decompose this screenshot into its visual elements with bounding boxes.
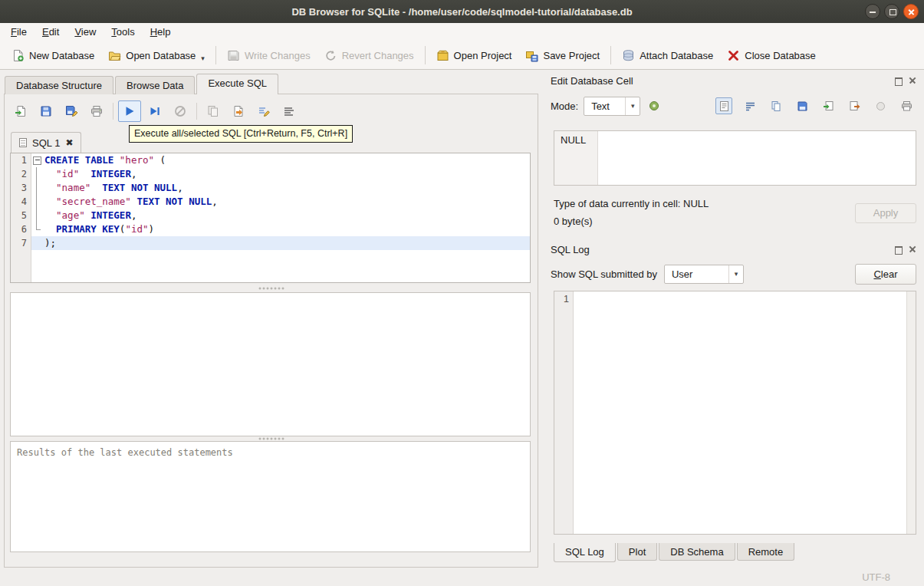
text-mode-button[interactable] [715, 97, 732, 114]
editor-line[interactable]: ); [31, 236, 530, 250]
write-changes-icon [227, 49, 240, 62]
save-icon [797, 100, 808, 112]
line-number: 5 [11, 209, 31, 222]
results-message-pane[interactable]: Results of the last executed statements [10, 441, 531, 552]
set-null-button[interactable] [872, 97, 889, 114]
sql-log-toolbar: Show SQL submitted by User ▾ Clear [551, 263, 916, 285]
open-database-button[interactable]: Open Database ▾ [101, 45, 212, 66]
results-grid[interactable] [10, 292, 531, 436]
line-number: 3 [11, 181, 31, 195]
auto-switch-mode-icon [648, 100, 660, 112]
close-tab-icon[interactable]: ✖ [65, 138, 73, 147]
editor-line[interactable]: PRIMARY KEY("id") [31, 222, 530, 236]
menu-help[interactable]: Help [143, 23, 179, 41]
print-cell-button[interactable] [898, 97, 915, 114]
print-sql-button[interactable] [85, 100, 108, 122]
tab-browse-data[interactable]: Browse Data [115, 76, 195, 94]
menu-view[interactable]: View [67, 23, 104, 41]
chevron-down-icon[interactable]: ▾ [201, 54, 205, 62]
close-panel-icon[interactable] [908, 77, 916, 85]
auto-switch-mode-button[interactable] [646, 97, 663, 114]
sql-editor-lines[interactable]: CREATE TABLE "hero" ( "id" INTEGER, "nam… [31, 153, 530, 282]
word-wrap-button[interactable] [742, 97, 758, 114]
execute-all-button[interactable] [118, 100, 141, 122]
find-replace-button[interactable] [252, 100, 275, 122]
sql-tab-label: SQL 1 [32, 137, 60, 149]
log-content[interactable] [574, 291, 906, 534]
tab-db-schema[interactable]: DB Schema [659, 543, 735, 561]
save-project-button[interactable]: Save Project [518, 45, 607, 66]
tab-database-structure[interactable]: Database Structure [5, 76, 113, 94]
editor-line[interactable]: CREATE TABLE "hero" ( [31, 153, 530, 167]
export-cell-button[interactable] [846, 97, 863, 114]
left-panel: Database Structure Browse Data Execute S… [0, 70, 541, 568]
close-panel-icon[interactable] [908, 245, 916, 254]
log-scrollbar[interactable] [906, 291, 916, 534]
open-sql-file-icon [15, 105, 27, 117]
write-changes-button[interactable]: Write Changes [220, 45, 317, 66]
editor-line[interactable]: "name" TEXT NOT NULL, [31, 181, 530, 195]
open-database-icon [108, 49, 121, 62]
stop-execution-button[interactable] [169, 100, 192, 122]
revert-changes-button[interactable]: Revert Changes [317, 45, 421, 66]
open-project-icon [436, 49, 449, 62]
clear-log-button[interactable]: Clear [855, 264, 916, 285]
menu-file[interactable]: File [3, 23, 35, 41]
float-panel-icon[interactable] [894, 77, 903, 85]
copy-cell-button[interactable] [768, 97, 784, 114]
sql-log-view[interactable]: 1 [554, 291, 916, 535]
export-results-button[interactable] [227, 100, 250, 122]
new-database-button[interactable]: New Database [5, 45, 101, 66]
main-toolbar: New Database Open Database ▾ Write Chang… [0, 41, 924, 70]
menu-tools[interactable]: Tools [104, 23, 142, 41]
toolbar-separator [196, 103, 197, 120]
float-panel-icon[interactable] [894, 245, 903, 254]
execute-all-icon [123, 105, 136, 117]
apply-button[interactable]: Apply [855, 203, 916, 223]
find-replace-icon [258, 105, 270, 117]
format-sql-button[interactable] [278, 100, 301, 122]
save-sql-as-button[interactable] [60, 100, 83, 122]
tab-execute-sql[interactable]: Execute SQL [196, 74, 278, 94]
mode-select[interactable]: Text ▾ [584, 97, 640, 116]
menu-edit[interactable]: Edit [35, 23, 67, 41]
fold-marker-icon[interactable] [31, 153, 42, 167]
copy-results-button[interactable] [202, 100, 225, 122]
fold-marker-icon [31, 181, 42, 195]
copy-icon [771, 100, 782, 112]
close-button[interactable] [903, 4, 919, 19]
open-project-button[interactable]: Open Project [429, 45, 519, 66]
edit-cell-title: Edit Database Cell [551, 75, 894, 87]
maximize-button[interactable] [884, 4, 899, 19]
sql-log-header: SQL Log [551, 242, 916, 257]
save-project-icon [525, 49, 538, 62]
code-text: "age" INTEGER, [42, 209, 530, 222]
editor-line[interactable]: "id" INTEGER, [31, 167, 530, 181]
cell-value-editor[interactable]: NULL [554, 130, 916, 186]
print-icon [901, 100, 912, 112]
submitted-by-select[interactable]: User ▾ [664, 265, 744, 284]
save-sql-file-button[interactable] [35, 100, 58, 122]
import-cell-button[interactable] [820, 97, 837, 114]
encoding-indicator[interactable]: UTF-8 [862, 571, 890, 583]
log-gutter: 1 [554, 291, 574, 534]
tab-plot[interactable]: Plot [617, 543, 657, 561]
editor-line[interactable]: "age" INTEGER, [31, 209, 530, 222]
execute-line-button[interactable] [143, 100, 166, 122]
execute-line-icon [149, 105, 161, 117]
close-database-button[interactable]: Close Database [720, 45, 823, 66]
tab-sql-log[interactable]: SQL Log [554, 543, 616, 562]
minimize-button[interactable] [865, 4, 880, 19]
open-sql-file-button[interactable] [9, 100, 32, 122]
sql-editor[interactable]: 1234567 CREATE TABLE "hero" ( "id" INTEG… [10, 153, 531, 283]
splitter-handle[interactable] [258, 286, 285, 291]
save-sql-file-icon [40, 105, 52, 117]
titlebar[interactable]: DB Browser for SQLite - /home/user/code/… [0, 0, 924, 23]
save-cell-button[interactable] [794, 97, 811, 114]
attach-database-button[interactable]: Attach Database [615, 45, 720, 66]
editor-line[interactable]: "secret_name" TEXT NOT NULL, [31, 195, 530, 209]
tab-remote[interactable]: Remote [737, 543, 795, 561]
sql-toolbar [9, 100, 303, 122]
sql-document-tab[interactable]: SQL 1 ✖ [11, 132, 81, 153]
execute-sql-page: SQL 1 ✖ 1234567 CREATE TABLE "hero" ( "i… [4, 94, 538, 568]
